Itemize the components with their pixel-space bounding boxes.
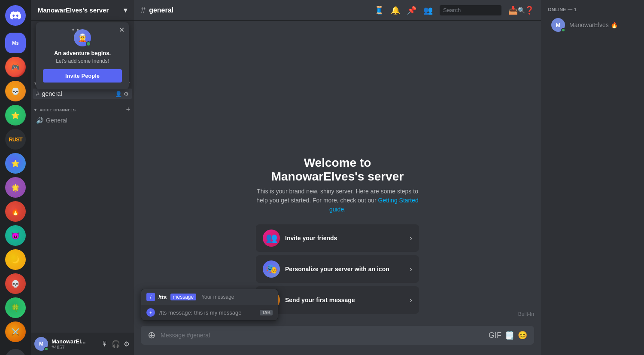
autocomplete-param-desc: Your message <box>201 294 234 300</box>
search-input[interactable] <box>443 7 515 13</box>
right-sidebar: ONLINE — 1 M ManowarElves 🔥 <box>541 0 644 355</box>
voice-channel-item-general[interactable]: 🔊 General <box>33 115 132 125</box>
channel-actions: 👤 ⚙ <box>115 91 129 97</box>
voice-channels-label[interactable]: ▾ Voice Channels <box>34 107 77 112</box>
notification-bell-icon[interactable]: 🔔 <box>391 6 400 15</box>
search-bar[interactable]: 🔍 <box>440 5 501 15</box>
built-in-label: Built-In <box>518 311 534 317</box>
message-input-actions: GIF 🗒️ 😊 <box>489 331 527 340</box>
mute-button[interactable]: 🎙 <box>100 339 109 349</box>
user-settings-button[interactable]: ⚙ <box>123 339 131 349</box>
invite-friends-label: Invite your friends <box>285 235 404 242</box>
server-list: Ms 🎮 💀 ⭐ RUST ⭐ 🌟 🔥 😈 🌙 💀 🍀 ⚔️ + 🧭 <box>0 0 31 355</box>
server-icon-6[interactable]: ⭐ <box>5 153 26 174</box>
add-server-button[interactable]: + <box>5 349 26 355</box>
username: ManowarEl... <box>52 338 97 345</box>
autocomplete-header: / /tts message Your message <box>141 289 278 305</box>
channel-header-right: 🧵 🔔 📌 👥 🔍 📥 ❓ <box>374 5 534 15</box>
send-first-message-label: Send your first message <box>285 297 404 303</box>
server-icon-5[interactable]: RUST <box>5 129 26 150</box>
member-online-dot-0 <box>561 28 565 32</box>
popup-subtitle: Let's add some friends! <box>43 58 122 64</box>
server-icon-11[interactable]: 💀 <box>5 273 26 294</box>
message-input-area: / /tts message Your message + /tts messa… <box>134 326 541 355</box>
send-first-message-action[interactable]: 💬 Send your first message › <box>256 286 419 314</box>
pin-icon[interactable]: 📌 <box>407 6 416 15</box>
personalize-server-label: Personalize your server with an icon <box>285 266 404 272</box>
server-icon-13[interactable]: ⚔️ <box>5 321 26 342</box>
search-icon: 🔍 <box>518 7 525 14</box>
channel-hash-icon: # <box>141 5 146 15</box>
autocomplete-suggestion-text: /tts message: this is my message <box>159 309 242 316</box>
gif-button[interactable]: GIF <box>489 331 501 340</box>
chevron-down-icon: ▾ <box>124 6 127 14</box>
server-icon-8[interactable]: 🔥 <box>5 201 26 222</box>
threads-icon[interactable]: 🧵 <box>374 6 384 15</box>
chevron-right-icon-1: › <box>410 234 412 243</box>
server-icon-1[interactable]: Ms <box>5 33 26 53</box>
hash-icon: # <box>36 90 39 97</box>
chevron-right-icon-2: › <box>410 265 412 274</box>
autocomplete-suggestion-item[interactable]: + /tts message: this is my message TAB <box>141 305 278 320</box>
member-name-0: ManowarElves 🔥 <box>569 21 618 28</box>
server-icon-3[interactable]: 💀 <box>5 81 26 101</box>
main-area: # general 🧵 🔔 📌 👥 🔍 📥 ❓ Welcome toManowa… <box>134 0 541 355</box>
discord-home-button[interactable] <box>5 5 26 26</box>
server-name: ManowarElves's server <box>38 6 109 14</box>
add-attachment-button[interactable]: ⊕ <box>148 330 155 341</box>
voice-channels-category: ▾ Voice Channels + <box>31 99 134 115</box>
user-tag: #4857 <box>52 345 97 350</box>
user-avatar[interactable]: M <box>34 337 48 351</box>
collapse-arrow-icon-2: ▾ <box>34 108 36 112</box>
message-input[interactable] <box>161 332 483 339</box>
speaker-icon: 🔊 <box>36 117 43 124</box>
close-popup-button[interactable]: ✕ <box>119 26 125 34</box>
welcome-description: This is your brand new, shiny server. He… <box>256 187 419 214</box>
server-header[interactable]: ManowarElves's server ▾ <box>31 0 134 21</box>
server-icon-9[interactable]: 😈 <box>5 225 26 246</box>
online-dot <box>86 41 91 46</box>
popup-avatar-emoji: 🧝 <box>78 33 87 43</box>
deafen-button[interactable]: 🎧 <box>111 339 121 349</box>
chevron-right-icon-3: › <box>410 296 412 305</box>
welcome-title: Welcome toManowarElves's server <box>271 156 404 184</box>
inbox-icon[interactable]: 📥 <box>508 6 518 15</box>
onboarding-popup: ✕ 🧝 ✦ ✦ An adventure begins. Let's add s… <box>36 22 129 89</box>
invite-friends-action[interactable]: 👥 Invite your friends › <box>256 224 419 252</box>
tab-label: TAB <box>260 310 273 315</box>
emoji-button[interactable]: 😊 <box>518 331 527 340</box>
online-members-header: ONLINE — 1 <box>541 7 644 15</box>
help-icon[interactable]: ❓ <box>525 6 534 15</box>
message-input-box: ⊕ GIF 🗒️ 😊 <box>141 326 534 345</box>
server-icon-2[interactable]: 🎮 <box>5 57 26 77</box>
channel-header-name: general <box>149 6 173 14</box>
member-avatar-0: M <box>551 18 565 32</box>
popup-title: An adventure begins. <box>43 50 122 56</box>
sticker-button[interactable]: 🗒️ <box>505 331 514 340</box>
user-online-indicator <box>44 347 49 351</box>
add-member-icon[interactable]: 👤 <box>115 91 122 97</box>
popup-avatar: 🧝 ✦ ✦ <box>74 29 91 46</box>
invite-icon: 👥 <box>263 230 280 247</box>
autocomplete-sugg-icon: + <box>146 308 155 317</box>
settings-icon[interactable]: ⚙ <box>124 91 129 97</box>
channel-sidebar: ManowarElves's server ▾ ✕ 🧝 ✦ ✦ An adven… <box>31 0 134 355</box>
channel-name-general: general <box>42 90 62 97</box>
channel-item-general[interactable]: # general 👤 ⚙ <box>33 89 132 99</box>
add-voice-channel-button[interactable]: + <box>126 106 131 113</box>
autocomplete-popup: / /tts message Your message + /tts messa… <box>141 289 278 321</box>
server-icon-7[interactable]: 🌟 <box>5 177 26 198</box>
server-icon-12[interactable]: 🍀 <box>5 297 26 318</box>
voice-channel-name: General <box>46 117 67 124</box>
server-icon-10[interactable]: 🌙 <box>5 249 26 270</box>
server-icon-4[interactable]: ⭐ <box>5 105 26 125</box>
personalize-server-action[interactable]: 🎭 Personalize your server with an icon › <box>256 255 419 283</box>
member-item-0[interactable]: M ManowarElves 🔥 <box>544 15 641 34</box>
user-area: M ManowarEl... #4857 🎙 🎧 ⚙ <box>31 333 134 355</box>
members-icon[interactable]: 👥 <box>423 6 433 15</box>
slash-command-icon: / <box>146 293 155 301</box>
messages-area: Welcome toManowarElves's server This is … <box>134 21 541 326</box>
channel-header: # general 🧵 🔔 📌 👥 🔍 📥 ❓ <box>134 0 541 21</box>
invite-people-button[interactable]: Invite People <box>43 69 122 83</box>
autocomplete-param: message <box>170 294 197 300</box>
